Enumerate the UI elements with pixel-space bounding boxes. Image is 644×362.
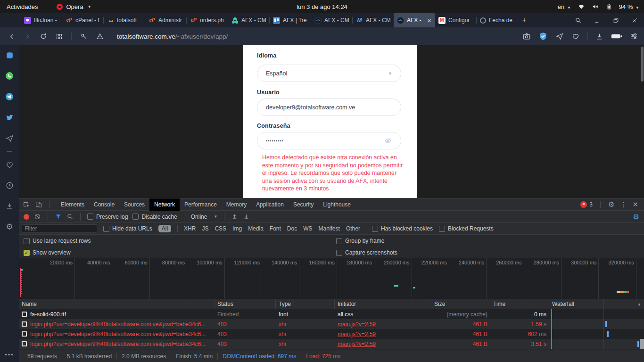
request-type-cell[interactable]: font	[276, 309, 335, 319]
url-field[interactable]: totalsoftware.com.ve/~afxuser/dev/app/	[117, 33, 228, 40]
battery-saver-icon[interactable]	[611, 33, 622, 40]
tab-close-icon[interactable]: ×	[427, 17, 432, 24]
activities-button[interactable]: Actividades	[7, 3, 38, 10]
column-header-waterfall[interactable]: Waterfall▲	[549, 299, 644, 309]
clear-network-log-icon[interactable]	[34, 213, 41, 220]
devtools-tab-performance[interactable]: Performance	[180, 198, 222, 211]
telegram-icon[interactable]	[4, 91, 15, 102]
reload-icon[interactable]	[40, 33, 47, 40]
keyboard-layout-indicator[interactable]: en ▼	[558, 3, 571, 10]
request-waterfall-cell[interactable]	[549, 309, 644, 319]
browser-tab[interactable]: IlloJuan -	[21, 13, 62, 27]
snapshot-camera-icon[interactable]	[522, 32, 531, 41]
search-icon[interactable]	[66, 213, 74, 220]
eye-off-icon[interactable]	[384, 137, 392, 145]
type-filter-font[interactable]: Font	[270, 225, 281, 232]
browser-tab[interactable]: AFX | Tre	[270, 13, 311, 27]
history-clock-icon[interactable]	[4, 180, 15, 190]
request-status-cell[interactable]: Finished	[215, 309, 276, 319]
type-filter-js[interactable]: JS	[202, 225, 208, 232]
console-error-badge[interactable]: ✕ 3	[580, 201, 593, 208]
column-header-time[interactable]: Time	[490, 299, 549, 309]
type-filter-media[interactable]: Media	[248, 225, 264, 232]
wifi-icon[interactable]	[578, 3, 585, 10]
initiator-link[interactable]: main.js?v=2:59	[338, 331, 376, 337]
column-header-type[interactable]: Type	[276, 299, 335, 309]
request-status-cell[interactable]: 403	[215, 329, 276, 339]
request-size-cell[interactable]: (memory cache)	[431, 309, 490, 319]
group-by-frame-checkbox[interactable]: Group by frame	[336, 238, 384, 244]
request-name-cell[interactable]: login.php?usr=developer9%40totalsoftware…	[19, 329, 215, 339]
request-row[interactable]: login.php?usr=developer9%40totalsoftware…	[19, 319, 644, 329]
clock[interactable]: lun 3 de ago 14:24	[0, 3, 644, 10]
devtools-close-icon[interactable]: ✕	[632, 200, 638, 209]
filter-funnel-icon[interactable]	[55, 213, 62, 220]
table-scrollbar-thumb[interactable]	[640, 339, 644, 349]
my-flow-icon[interactable]	[555, 32, 564, 41]
request-name-cell[interactable]: login.php?usr=developer9%40totalsoftware…	[19, 319, 215, 329]
browser-tab[interactable]: Administr	[145, 13, 186, 27]
request-row[interactable]: fa-solid-900.ttfFinishedfontall.css(memo…	[19, 309, 644, 319]
request-size-cell[interactable]: 461 B	[431, 339, 490, 349]
request-row[interactable]: login.php?usr=developer9%40totalsoftware…	[19, 339, 644, 349]
password-input[interactable]: •••••••••	[266, 139, 283, 143]
network-settings-gear-icon[interactable]: ⚙	[633, 213, 639, 221]
request-initiator-cell[interactable]: main.js?v=2:59	[335, 329, 431, 339]
network-overview-timeline[interactable]: 20000 ms40000 ms60000 ms80000 ms100000 m…	[19, 258, 644, 299]
language-select[interactable]: Español ▼	[257, 65, 401, 82]
column-header-initiator[interactable]: Initiator	[335, 299, 431, 309]
request-row[interactable]: login.php?usr=developer9%40totalsoftware…	[19, 329, 644, 339]
request-size-cell[interactable]: 461 B	[431, 329, 490, 339]
adblock-shield-icon[interactable]	[538, 32, 548, 41]
request-status-cell[interactable]: 403	[215, 339, 276, 349]
devtools-menu-kebab-icon[interactable]: ⋮	[620, 201, 627, 208]
type-filter-img[interactable]: Img	[232, 225, 242, 232]
back-icon[interactable]	[8, 33, 16, 40]
devtools-tab-application[interactable]: Application	[251, 198, 289, 211]
column-header-size[interactable]: Size	[431, 299, 490, 309]
type-filter-manifest[interactable]: Manifest	[319, 225, 340, 232]
request-type-cell[interactable]: xhr	[276, 339, 335, 349]
preserve-log-checkbox[interactable]: Preserve log	[87, 214, 128, 220]
devtools-settings-gear-icon[interactable]: ⚙	[608, 200, 614, 209]
request-time-cell[interactable]: 0 ms	[490, 309, 549, 319]
speed-dial-grid-icon[interactable]	[56, 33, 63, 40]
record-network-log-icon[interactable]	[24, 214, 29, 220]
browser-tab[interactable]: orders.ph	[187, 13, 228, 27]
request-waterfall-cell[interactable]	[549, 329, 644, 339]
settings-gear-icon[interactable]: ⚙	[4, 222, 15, 232]
battery-percent[interactable]: 94 % ▼	[619, 3, 639, 10]
minimize-icon[interactable]	[587, 17, 606, 24]
column-header-status[interactable]: Status	[215, 299, 276, 309]
volume-icon[interactable]	[592, 3, 599, 10]
downloads-icon[interactable]	[595, 33, 603, 41]
browser-tab[interactable]: AFX - CM	[228, 13, 269, 27]
request-waterfall-cell[interactable]	[549, 319, 644, 329]
restore-window-icon[interactable]	[606, 17, 625, 24]
devtools-tab-console[interactable]: Console	[89, 198, 119, 211]
initiator-link[interactable]: main.js?v=2:59	[338, 321, 376, 328]
request-initiator-cell[interactable]: main.js?v=2:59	[335, 319, 431, 329]
site-key-icon[interactable]	[80, 33, 88, 40]
type-filter-other[interactable]: Other	[346, 225, 360, 232]
request-type-cell[interactable]: xhr	[276, 329, 335, 339]
bookmark-heart-icon[interactable]	[571, 32, 580, 41]
inspect-element-icon[interactable]	[23, 201, 30, 208]
import-har-icon[interactable]	[231, 213, 238, 220]
my-flow-icon[interactable]	[4, 133, 15, 143]
type-filter-doc[interactable]: Doc	[287, 225, 297, 232]
page-scrollbar[interactable]	[641, 47, 644, 82]
whatsapp-icon[interactable]	[4, 71, 15, 81]
request-initiator-cell[interactable]: main.js?v=2:59	[335, 339, 431, 349]
use-large-request-rows-checkbox[interactable]: Use large request rows	[24, 238, 91, 244]
export-har-icon[interactable]	[243, 213, 250, 220]
new-tab-button[interactable]: +	[518, 13, 531, 27]
request-initiator-cell[interactable]: all.css	[335, 309, 431, 319]
devtools-tab-security[interactable]: Security	[289, 198, 318, 211]
show-overview-checkbox[interactable]: ✓ Show overview	[24, 249, 71, 256]
request-name-cell[interactable]: fa-solid-900.ttf	[19, 309, 215, 319]
filter-input[interactable]	[22, 224, 97, 233]
devtools-tab-elements[interactable]: Elements	[56, 198, 89, 211]
type-filter-css[interactable]: CSS	[215, 225, 226, 232]
request-name-cell[interactable]: login.php?usr=developer9%40totalsoftware…	[19, 339, 215, 349]
